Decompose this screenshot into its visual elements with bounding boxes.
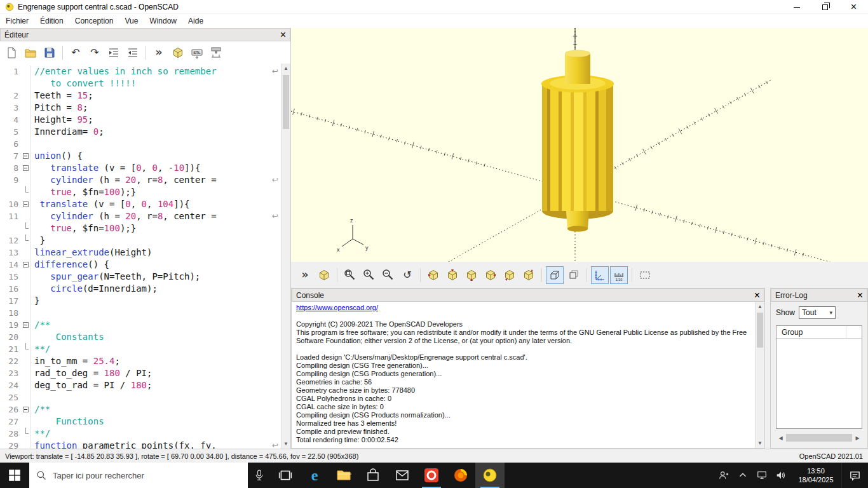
code-line-text[interactable]: Teeth = 15; — [31, 90, 281, 102]
code-line-text[interactable]: linear_extrude(Height) — [31, 247, 281, 259]
scroll-down-button[interactable]: ▼ — [281, 439, 290, 449]
code-line[interactable]: 27 Functions — [0, 416, 281, 428]
redo-button[interactable]: ↷ — [86, 44, 104, 62]
code-line[interactable]: 29function parametric_points(fx, fy,↩ — [0, 440, 281, 449]
code-line[interactable]: 5Innerdiam= 0; — [0, 126, 281, 138]
taskbar-app-edge[interactable]: e — [300, 463, 329, 488]
error-log-header[interactable]: Error-Log × — [771, 288, 867, 302]
orthographic-button[interactable] — [565, 266, 583, 284]
taskbar-app-mail[interactable] — [388, 463, 417, 488]
reset-view-button[interactable]: ↺ — [398, 266, 416, 284]
view-top-button[interactable] — [444, 266, 461, 284]
code-line-text[interactable]: union() { — [31, 150, 281, 162]
code-line-text[interactable]: Constants — [31, 331, 281, 343]
taskbar-app-opera[interactable] — [417, 463, 446, 488]
code-line-text[interactable]: spur_gear(N=Teeth, P=Pitch); — [31, 271, 281, 283]
code-line-text[interactable] — [31, 307, 281, 319]
view-bottom-button[interactable] — [463, 266, 480, 284]
code-line[interactable]: 2Teeth = 15; — [0, 90, 281, 102]
fold-gutter[interactable] — [22, 403, 31, 416]
code-line-text[interactable]: Pitch = 8; — [31, 102, 281, 114]
console-scrollbar[interactable]: ▲ ▼ — [755, 302, 764, 448]
code-line-text[interactable]: //enter values in inch so remember↩ — [31, 65, 281, 78]
error-list[interactable]: Group — [776, 325, 862, 429]
show-crosshairs-button[interactable] — [636, 266, 654, 284]
open-folder-button[interactable] — [22, 44, 39, 62]
error-log-close-button[interactable]: × — [857, 290, 863, 301]
indent-button[interactable] — [105, 44, 123, 62]
perspective-button[interactable] — [546, 266, 564, 284]
code-line[interactable]: 11 cylinder (h = 20, r=8, center =↩ — [0, 210, 281, 222]
code-line[interactable]: true, $fn=100);} — [0, 222, 281, 234]
code-line[interactable]: 19/** — [0, 319, 281, 331]
restore-button[interactable] — [811, 0, 839, 14]
task-view-button[interactable] — [271, 463, 300, 488]
error-log-hscrollbar[interactable]: ◀ ▶ — [776, 433, 862, 443]
code-line[interactable]: 15 spur_gear(N=Teeth, P=Pitch); — [0, 271, 281, 283]
render-button[interactable] — [169, 44, 187, 62]
menu-item-window[interactable]: Window — [144, 15, 182, 27]
code-line[interactable]: 25 — [0, 391, 281, 403]
tray-network-button[interactable] — [752, 463, 771, 488]
code-line-text[interactable]: to convert !!!!! — [31, 78, 281, 90]
code-line[interactable]: 13linear_extrude(Height) — [0, 247, 281, 259]
console-output[interactable]: https://www.openscad.org/Copyright (C) 2… — [292, 302, 754, 447]
code-line[interactable]: 6 — [0, 138, 281, 150]
fold-gutter[interactable] — [22, 150, 31, 162]
code-line-text[interactable]: in_to_mm = 25.4; — [31, 355, 281, 367]
notification-button[interactable] — [841, 463, 868, 488]
editor-scrollbar[interactable]: ▲ ▼ — [281, 64, 290, 449]
3d-viewport[interactable]: z x y — [291, 28, 868, 262]
code-line[interactable]: 3Pitch = 8; — [0, 102, 281, 114]
code-line-text[interactable]: translate (v = [0, 0, 104]){ — [31, 198, 281, 210]
code-line-text[interactable]: } — [31, 234, 281, 247]
taskbar-search-input[interactable]: Taper ici pour rechercher — [29, 463, 248, 488]
zoom-out-button[interactable] — [379, 266, 397, 284]
code-line[interactable]: true, $fn=100);} — [0, 186, 281, 198]
menu-item-vue[interactable]: Vue — [119, 15, 144, 27]
fold-collapse-icon[interactable] — [23, 153, 29, 159]
fold-collapse-icon[interactable] — [23, 165, 29, 171]
preview-button[interactable]: » — [150, 44, 168, 62]
scrollbar-thumb[interactable] — [757, 313, 763, 348]
code-line[interactable]: 20 Constants — [0, 331, 281, 343]
view-left-button[interactable] — [482, 266, 499, 284]
code-line[interactable]: 22in_to_mm = 25.4; — [0, 355, 281, 367]
code-line[interactable]: 18 — [0, 307, 281, 319]
scroll-down-button[interactable]: ▼ — [756, 438, 764, 448]
tray-people-button[interactable] — [714, 463, 733, 488]
code-line-text[interactable]: difference() { — [31, 259, 281, 271]
menu-item-aide[interactable]: Aide — [182, 15, 209, 27]
fold-collapse-icon[interactable] — [23, 407, 29, 412]
code-line[interactable]: 12 } — [0, 234, 281, 247]
code-line-text[interactable]: cylinder (h = 20, r=8, center =↩ — [31, 174, 281, 186]
minimize-button[interactable] — [782, 0, 811, 14]
undo-button[interactable]: ↶ — [67, 44, 85, 62]
tray-volume-button[interactable] — [771, 463, 790, 488]
menu-item-fichier[interactable]: Fichier — [0, 15, 34, 27]
code-line-text[interactable]: cylinder (h = 20, r=8, center =↩ — [31, 210, 281, 222]
code-line-text[interactable]: /** — [31, 319, 281, 331]
scrollbar-thumb[interactable] — [283, 75, 289, 129]
console-header[interactable]: Console × — [292, 288, 764, 302]
code-line-text[interactable]: true, $fn=100);} — [31, 222, 281, 234]
view-front-button[interactable] — [501, 266, 519, 284]
code-area[interactable]: 1//enter values in inch so remember↩ to … — [0, 64, 281, 449]
fold-gutter[interactable] — [22, 162, 31, 174]
scroll-right-button[interactable]: ▶ — [853, 433, 862, 443]
code-line-text[interactable]: true, $fn=100);} — [31, 186, 281, 198]
fold-collapse-icon[interactable] — [23, 201, 29, 207]
code-line[interactable]: 17} — [0, 295, 281, 307]
taskbar-app-store[interactable] — [358, 463, 388, 488]
code-line[interactable]: 28**/ — [0, 428, 281, 440]
zoom-all-button[interactable] — [341, 266, 359, 284]
taskbar-clock[interactable]: 13:50 18/04/2025 — [790, 463, 841, 488]
close-button[interactable]: × — [839, 0, 868, 14]
scroll-left-button[interactable]: ◀ — [776, 433, 785, 443]
3d-scene[interactable]: z x y — [291, 28, 868, 262]
menu-item-edition[interactable]: Édition — [34, 15, 69, 27]
code-line[interactable]: 14difference() { — [0, 259, 281, 271]
code-line-text[interactable]: circle(d=Innerdiam); — [31, 283, 281, 295]
render-button[interactable] — [315, 266, 333, 284]
editor-header[interactable]: Éditeur × — [0, 28, 290, 41]
